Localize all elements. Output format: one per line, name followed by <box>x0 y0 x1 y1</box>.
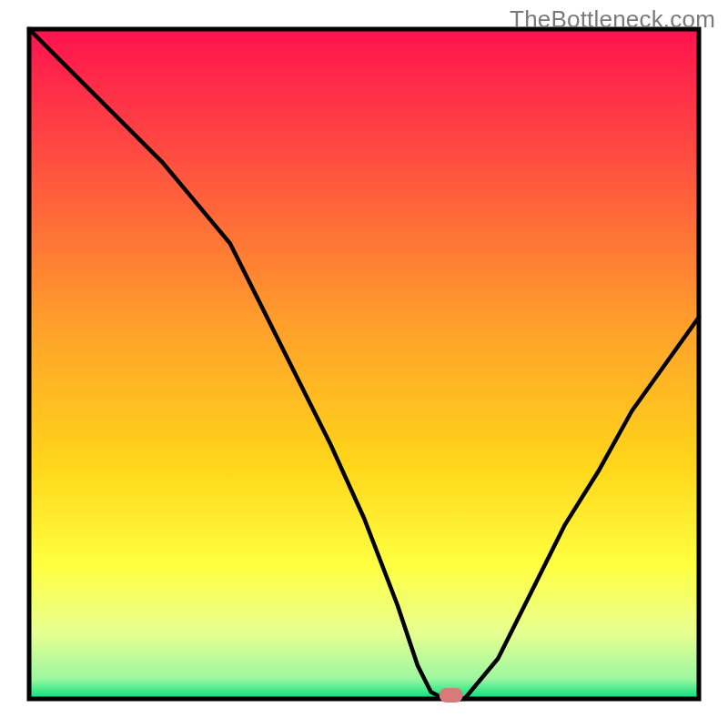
watermark-text: TheBottleneck.com <box>510 5 715 34</box>
chart-container: TheBottleneck.com <box>0 0 728 728</box>
bottleneck-chart <box>0 0 728 728</box>
minimum-marker <box>440 688 463 703</box>
